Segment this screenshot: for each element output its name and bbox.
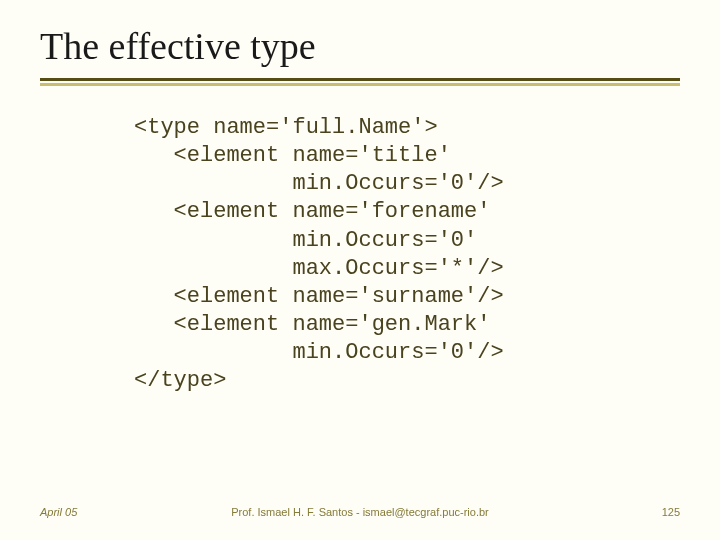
slide-title: The effective type [40, 24, 680, 68]
code-line: <element name='gen.Mark' [134, 312, 490, 337]
code-block: <type name='full.Name'> <element name='t… [134, 114, 680, 396]
code-line: min.Occurs='0'/> [134, 340, 504, 365]
title-underline [40, 78, 680, 86]
code-line: <element name='title' [134, 143, 451, 168]
footer-date: April 05 [40, 506, 77, 518]
code-line: <element name='surname'/> [134, 284, 504, 309]
footer: April 05 Prof. Ismael H. F. Santos - ism… [0, 506, 720, 518]
slide: The effective type <type name='full.Name… [0, 0, 720, 540]
rule-light [40, 83, 680, 86]
code-line: <type name='full.Name'> [134, 115, 438, 140]
code-line: min.Occurs='0' [134, 228, 477, 253]
code-line: <element name='forename' [134, 199, 490, 224]
footer-author: Prof. Ismael H. F. Santos - ismael@tecgr… [231, 506, 489, 518]
footer-page-number: 125 [662, 506, 680, 518]
code-line: min.Occurs='0'/> [134, 171, 504, 196]
code-line: max.Occurs='*'/> [134, 256, 504, 281]
code-line: </type> [134, 368, 226, 393]
rule-dark [40, 78, 680, 81]
